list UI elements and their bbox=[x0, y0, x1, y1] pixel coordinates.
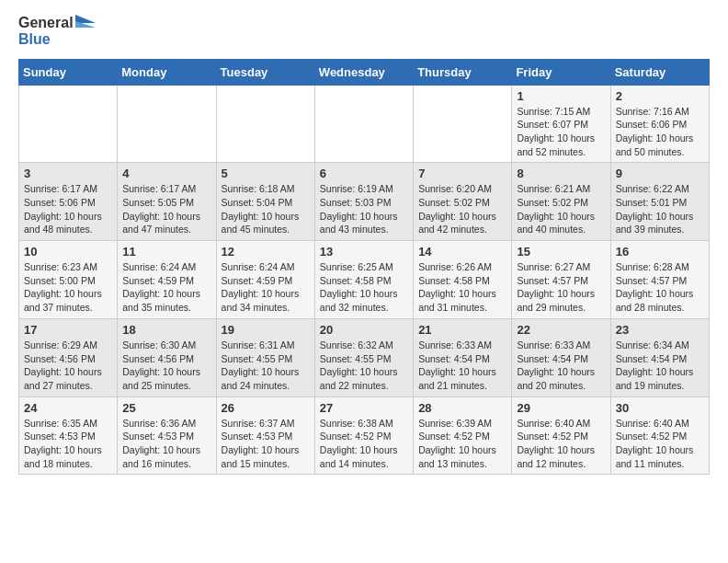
day-cell: 25Sunrise: 6:36 AM Sunset: 4:53 PM Dayli… bbox=[118, 396, 216, 475]
day-cell bbox=[414, 85, 512, 163]
day-info: Sunrise: 6:20 AM Sunset: 5:02 PM Dayligh… bbox=[418, 182, 506, 236]
day-number: 12 bbox=[222, 245, 310, 259]
day-cell bbox=[19, 85, 118, 163]
day-cell: 20Sunrise: 6:32 AM Sunset: 4:55 PM Dayli… bbox=[314, 318, 413, 396]
day-number: 29 bbox=[517, 401, 605, 415]
day-cell: 29Sunrise: 6:40 AM Sunset: 4:52 PM Dayli… bbox=[512, 396, 610, 475]
svg-marker-0 bbox=[75, 15, 96, 23]
day-cell: 13Sunrise: 6:25 AM Sunset: 4:58 PM Dayli… bbox=[314, 241, 413, 319]
week-row-4: 17Sunrise: 6:29 AM Sunset: 4:56 PM Dayli… bbox=[19, 318, 710, 396]
day-cell: 12Sunrise: 6:24 AM Sunset: 4:59 PM Dayli… bbox=[216, 241, 314, 319]
day-cell: 17Sunrise: 6:29 AM Sunset: 4:56 PM Dayli… bbox=[19, 318, 118, 396]
logo: GeneralBlue bbox=[18, 15, 96, 48]
day-cell: 30Sunrise: 6:40 AM Sunset: 4:52 PM Dayli… bbox=[610, 396, 709, 475]
day-info: Sunrise: 6:23 AM Sunset: 5:00 PM Dayligh… bbox=[24, 260, 112, 315]
day-info: Sunrise: 6:40 AM Sunset: 4:52 PM Dayligh… bbox=[517, 417, 605, 471]
week-row-3: 10Sunrise: 6:23 AM Sunset: 5:00 PM Dayli… bbox=[19, 241, 710, 319]
day-info: Sunrise: 6:22 AM Sunset: 5:01 PM Dayligh… bbox=[616, 182, 704, 236]
day-cell: 6Sunrise: 6:19 AM Sunset: 5:03 PM Daylig… bbox=[314, 163, 413, 241]
weekday-header-sunday: Sunday bbox=[19, 59, 118, 85]
day-info: Sunrise: 6:35 AM Sunset: 4:53 PM Dayligh… bbox=[24, 417, 112, 471]
day-cell: 5Sunrise: 6:18 AM Sunset: 5:04 PM Daylig… bbox=[216, 163, 314, 241]
weekday-header-monday: Monday bbox=[118, 59, 216, 85]
day-info: Sunrise: 6:24 AM Sunset: 4:59 PM Dayligh… bbox=[122, 260, 210, 315]
day-number: 18 bbox=[122, 323, 210, 337]
day-cell: 4Sunrise: 6:17 AM Sunset: 5:05 PM Daylig… bbox=[118, 163, 216, 241]
day-cell: 1Sunrise: 7:15 AM Sunset: 6:07 PM Daylig… bbox=[512, 85, 610, 163]
day-info: Sunrise: 6:32 AM Sunset: 4:55 PM Dayligh… bbox=[320, 339, 408, 393]
day-number: 22 bbox=[517, 323, 605, 337]
day-cell: 3Sunrise: 6:17 AM Sunset: 5:06 PM Daylig… bbox=[19, 163, 118, 241]
day-number: 8 bbox=[517, 167, 605, 180]
day-number: 4 bbox=[122, 167, 210, 180]
weekday-header-wednesday: Wednesday bbox=[314, 59, 413, 85]
day-number: 15 bbox=[517, 245, 605, 259]
day-number: 27 bbox=[320, 401, 408, 415]
day-cell: 8Sunrise: 6:21 AM Sunset: 5:02 PM Daylig… bbox=[512, 163, 610, 241]
day-info: Sunrise: 6:40 AM Sunset: 4:52 PM Dayligh… bbox=[616, 417, 704, 471]
day-number: 26 bbox=[222, 401, 310, 415]
day-info: Sunrise: 7:15 AM Sunset: 6:07 PM Dayligh… bbox=[517, 105, 605, 159]
week-row-1: 1Sunrise: 7:15 AM Sunset: 6:07 PM Daylig… bbox=[19, 85, 710, 163]
day-info: Sunrise: 6:28 AM Sunset: 4:57 PM Dayligh… bbox=[616, 260, 704, 315]
day-number: 14 bbox=[418, 245, 506, 259]
day-cell: 2Sunrise: 7:16 AM Sunset: 6:06 PM Daylig… bbox=[610, 85, 709, 163]
day-info: Sunrise: 6:26 AM Sunset: 4:58 PM Dayligh… bbox=[418, 260, 506, 315]
day-number: 10 bbox=[24, 245, 112, 259]
day-info: Sunrise: 6:17 AM Sunset: 5:06 PM Dayligh… bbox=[24, 182, 112, 236]
day-cell: 24Sunrise: 6:35 AM Sunset: 4:53 PM Dayli… bbox=[19, 396, 118, 475]
day-cell: 22Sunrise: 6:33 AM Sunset: 4:54 PM Dayli… bbox=[512, 318, 610, 396]
weekday-header-friday: Friday bbox=[512, 59, 610, 85]
day-number: 28 bbox=[418, 401, 506, 415]
day-info: Sunrise: 6:24 AM Sunset: 4:59 PM Dayligh… bbox=[222, 260, 310, 315]
day-info: Sunrise: 6:31 AM Sunset: 4:55 PM Dayligh… bbox=[222, 339, 310, 393]
day-info: Sunrise: 6:29 AM Sunset: 4:56 PM Dayligh… bbox=[24, 339, 112, 393]
day-number: 25 bbox=[122, 401, 210, 415]
week-row-2: 3Sunrise: 6:17 AM Sunset: 5:06 PM Daylig… bbox=[19, 163, 710, 241]
day-number: 21 bbox=[418, 323, 506, 337]
day-number: 11 bbox=[122, 245, 210, 259]
day-number: 13 bbox=[320, 245, 408, 259]
day-number: 19 bbox=[222, 323, 310, 337]
header: GeneralBlue bbox=[18, 15, 710, 48]
weekday-header-thursday: Thursday bbox=[414, 59, 512, 85]
day-info: Sunrise: 6:27 AM Sunset: 4:57 PM Dayligh… bbox=[517, 260, 605, 315]
day-cell: 23Sunrise: 6:34 AM Sunset: 4:54 PM Dayli… bbox=[610, 318, 709, 396]
weekday-header-tuesday: Tuesday bbox=[216, 59, 314, 85]
day-cell: 7Sunrise: 6:20 AM Sunset: 5:02 PM Daylig… bbox=[414, 163, 512, 241]
day-cell: 11Sunrise: 6:24 AM Sunset: 4:59 PM Dayli… bbox=[118, 241, 216, 319]
day-cell: 14Sunrise: 6:26 AM Sunset: 4:58 PM Dayli… bbox=[414, 241, 512, 319]
calendar-table: SundayMondayTuesdayWednesdayThursdayFrid… bbox=[18, 59, 710, 476]
day-number: 30 bbox=[616, 401, 704, 415]
day-cell: 15Sunrise: 6:27 AM Sunset: 4:57 PM Dayli… bbox=[512, 241, 610, 319]
day-number: 23 bbox=[616, 323, 704, 337]
day-cell: 19Sunrise: 6:31 AM Sunset: 4:55 PM Dayli… bbox=[216, 318, 314, 396]
day-number: 6 bbox=[320, 167, 408, 180]
weekday-header-saturday: Saturday bbox=[610, 59, 709, 85]
day-number: 3 bbox=[24, 167, 112, 180]
day-number: 2 bbox=[616, 89, 704, 103]
day-info: Sunrise: 6:17 AM Sunset: 5:05 PM Dayligh… bbox=[122, 182, 210, 236]
day-cell: 9Sunrise: 6:22 AM Sunset: 5:01 PM Daylig… bbox=[610, 163, 709, 241]
day-cell: 21Sunrise: 6:33 AM Sunset: 4:54 PM Dayli… bbox=[414, 318, 512, 396]
day-info: Sunrise: 6:33 AM Sunset: 4:54 PM Dayligh… bbox=[517, 339, 605, 393]
day-number: 5 bbox=[222, 167, 310, 180]
day-cell bbox=[314, 85, 413, 163]
day-cell: 10Sunrise: 6:23 AM Sunset: 5:00 PM Dayli… bbox=[19, 241, 118, 319]
week-row-5: 24Sunrise: 6:35 AM Sunset: 4:53 PM Dayli… bbox=[19, 396, 710, 475]
day-cell bbox=[216, 85, 314, 163]
day-info: Sunrise: 7:16 AM Sunset: 6:06 PM Dayligh… bbox=[616, 105, 704, 159]
day-info: Sunrise: 6:37 AM Sunset: 4:53 PM Dayligh… bbox=[222, 417, 310, 471]
day-info: Sunrise: 6:18 AM Sunset: 5:04 PM Dayligh… bbox=[222, 182, 310, 236]
day-info: Sunrise: 6:34 AM Sunset: 4:54 PM Dayligh… bbox=[616, 339, 704, 393]
day-info: Sunrise: 6:30 AM Sunset: 4:56 PM Dayligh… bbox=[122, 339, 210, 393]
day-cell: 16Sunrise: 6:28 AM Sunset: 4:57 PM Dayli… bbox=[610, 241, 709, 319]
weekday-header-row: SundayMondayTuesdayWednesdayThursdayFrid… bbox=[19, 59, 710, 85]
day-cell: 27Sunrise: 6:38 AM Sunset: 4:52 PM Dayli… bbox=[314, 396, 413, 475]
day-cell: 18Sunrise: 6:30 AM Sunset: 4:56 PM Dayli… bbox=[118, 318, 216, 396]
day-info: Sunrise: 6:19 AM Sunset: 5:03 PM Dayligh… bbox=[320, 182, 408, 236]
day-number: 7 bbox=[418, 167, 506, 180]
day-number: 1 bbox=[517, 89, 605, 103]
day-info: Sunrise: 6:39 AM Sunset: 4:52 PM Dayligh… bbox=[418, 417, 506, 471]
day-cell: 28Sunrise: 6:39 AM Sunset: 4:52 PM Dayli… bbox=[414, 396, 512, 475]
